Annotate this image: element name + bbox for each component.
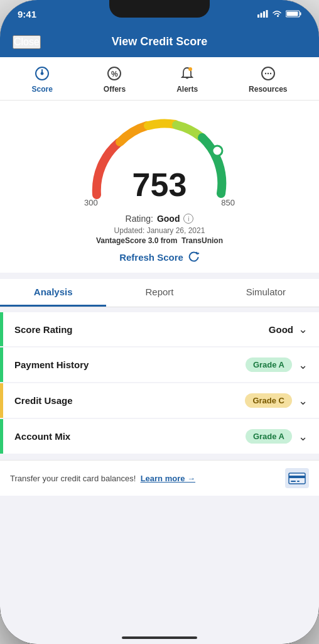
rating-value: Good: [157, 214, 180, 224]
svg-rect-6: [287, 12, 298, 16]
rating-label: Rating:: [126, 214, 153, 224]
page-title: View Credit Score: [112, 35, 208, 48]
nav-tab-resources[interactable]: Resources: [242, 65, 293, 94]
account-mix-label: Account Mix: [14, 431, 246, 442]
svg-rect-1: [261, 13, 262, 18]
score-section: 753 300 850 Rating: Good i Updated: Janu…: [0, 101, 319, 273]
close-button[interactable]: Close: [13, 35, 41, 49]
credit-usage-chevron: ⌄: [298, 394, 308, 408]
rating-row: Rating: Good i: [126, 214, 194, 224]
score-tab-label: Score: [31, 85, 52, 94]
score-rating-label: Score Rating: [14, 324, 269, 335]
tab-analysis[interactable]: Analysis: [0, 279, 106, 307]
wifi-icon: [272, 10, 282, 18]
svg-point-8: [41, 72, 43, 75]
nav-tabs: Score % Offers: [0, 57, 319, 101]
home-indicator: [122, 636, 197, 639]
account-mix-badge: Grade A: [246, 429, 292, 444]
svg-rect-2: [263, 11, 265, 18]
score-rating-chevron: ⌄: [298, 322, 308, 336]
svg-point-16: [212, 146, 222, 156]
payment-history-badge: Grade A: [246, 357, 292, 372]
svg-point-13: [265, 73, 266, 74]
updated-text: Updated: January 26, 2021: [114, 226, 205, 235]
score-items-list: Score Rating Good ⌄ Payment History Grad…: [0, 307, 319, 460]
gauge-min: 300: [84, 198, 98, 207]
tab-simulator[interactable]: Simulator: [213, 279, 319, 307]
nav-tab-score[interactable]: Score: [25, 65, 58, 94]
banner-card-icon: [285, 468, 309, 488]
offers-icon: %: [105, 65, 123, 82]
notch: [109, 0, 210, 18]
account-mix-chevron: ⌄: [298, 430, 308, 444]
svg-rect-18: [289, 476, 305, 478]
resources-tab-label: Resources: [249, 85, 287, 94]
svg-rect-0: [257, 14, 259, 18]
svg-rect-3: [266, 10, 268, 18]
phone-frame: 9:41: [0, 0, 319, 644]
rating-info-icon[interactable]: i: [183, 214, 193, 224]
svg-point-14: [268, 73, 269, 74]
nav-tab-alerts[interactable]: Alerts: [170, 65, 204, 94]
credit-usage-badge: Grade C: [245, 393, 292, 408]
header: Close View Credit Score: [0, 28, 319, 57]
status-icons: [257, 10, 301, 18]
banner-text: Transfer your credit card balances! Lear…: [10, 474, 195, 483]
score-item-credit-usage[interactable]: Credit Usage Grade C ⌄: [0, 383, 319, 418]
score-item-score-rating[interactable]: Score Rating Good ⌄: [0, 312, 319, 346]
svg-point-15: [270, 73, 271, 74]
nav-tab-offers[interactable]: % Offers: [97, 65, 132, 94]
alerts-icon: [178, 65, 196, 82]
refresh-icon: [188, 251, 200, 263]
offers-tab-label: Offers: [104, 85, 126, 94]
refresh-score-button[interactable]: Refresh Score: [119, 251, 200, 263]
gauge-max: 850: [221, 198, 235, 207]
score-item-payment-history[interactable]: Payment History Grade A ⌄: [0, 347, 319, 382]
resources-icon: [259, 65, 277, 82]
status-time: 9:41: [18, 9, 36, 19]
score-item-account-mix[interactable]: Account Mix Grade A ⌄: [0, 419, 319, 454]
payment-history-chevron: ⌄: [298, 358, 308, 372]
credit-score-value: 753: [132, 168, 187, 201]
refresh-label: Refresh Score: [119, 252, 183, 263]
credit-usage-label: Credit Usage: [14, 395, 245, 406]
tab-report[interactable]: Report: [106, 279, 212, 307]
gauge-container: 753 300 850: [78, 113, 241, 207]
banner-link[interactable]: Learn more →: [141, 474, 195, 483]
svg-rect-19: [291, 481, 296, 482]
svg-rect-20: [297, 481, 300, 482]
svg-rect-17: [289, 473, 305, 484]
svg-rect-5: [300, 13, 301, 16]
svg-text:%: %: [111, 70, 118, 79]
bottom-banner: Transfer your credit card balances! Lear…: [0, 460, 319, 496]
analysis-tabs: Analysis Report Simulator: [0, 279, 319, 307]
battery-icon: [286, 10, 301, 18]
vantage-text: VantageScore 3.0 from TransUnion: [96, 236, 223, 245]
svg-point-11: [188, 67, 192, 71]
alerts-tab-label: Alerts: [176, 85, 198, 94]
signal-icon: [257, 10, 268, 18]
payment-history-label: Payment History: [14, 359, 246, 370]
score-icon: [33, 65, 51, 82]
score-rating-value: Good: [269, 324, 293, 335]
phone-screen: 9:41: [0, 0, 319, 644]
